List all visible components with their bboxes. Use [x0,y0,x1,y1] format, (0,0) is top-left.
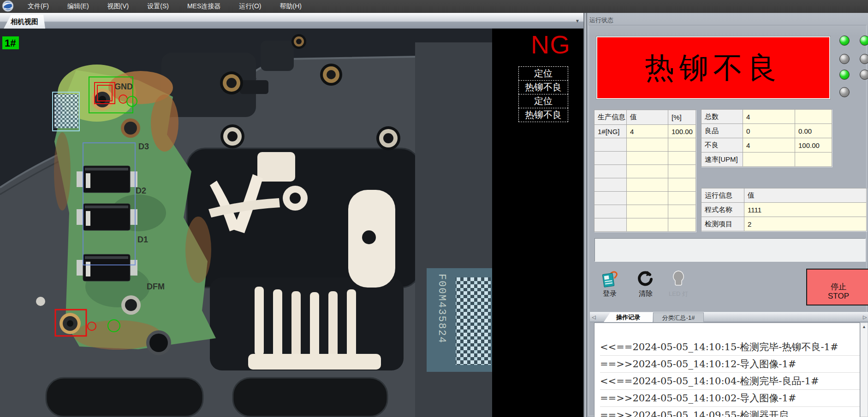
tab-camera-view[interactable]: 相机视图 [4,15,45,29]
check-item: 热铆不良 [518,108,568,122]
menu-bar: 文件(F) 编辑(E) 视图(V) 设置(S) MES连接器 运行(O) 帮助(… [0,0,868,13]
pcb-serial-label: F00M435824 [436,274,447,344]
message-box [595,238,866,262]
led-light-button: LED 灯 [662,269,695,300]
table-row: 不良4100.00 [702,138,832,153]
check-item: 定位 [518,66,568,81]
check-item: 热铆不良 [518,80,568,94]
summary-table: 总数4 良品00.00 不良4100.00 速率[UPM] [701,109,832,167]
pcb-label-dfm: DFM [147,282,165,291]
table-row: 速率[UPM] [702,153,832,167]
status-led [839,35,850,46]
pcb-label-d3: D3 [138,142,149,151]
menu-view[interactable]: 视图(V) [101,0,136,12]
pcb-label-gnd: GND [114,82,133,91]
menu-items: 文件(F) 编辑(E) 视图(V) 设置(S) MES连接器 运行(O) 帮助(… [21,0,314,12]
status-led [839,70,850,80]
table-row [595,205,696,218]
log-entry: <<==2024-05-05_14:10:15-检测完毕-热铆不良-1# [600,339,860,356]
table-row: 总数4 [702,110,832,124]
menu-edit[interactable]: 编辑(E) [61,0,95,12]
diode-components [77,166,137,281]
table-row: 程式名称1111 [702,203,867,217]
production-table: 生产信息 值 [%] 1#[NG]4100.00 [594,110,696,232]
table-row: 良品00.00 [702,124,832,138]
check-item-list: 定位 热铆不良 定位 热铆不良 [518,67,568,122]
run-info-table: 运行信息 值 程式名称1111 检测项目2 [701,188,867,231]
camera-viewport: F00M435824 [0,29,583,417]
tab-scroll-right-icon[interactable]: ▷ [863,314,867,320]
menu-help[interactable]: 帮助(H) [273,0,308,12]
menu-run[interactable]: 运行(O) [232,0,268,12]
column-header: 值 [744,188,867,203]
status-led [860,70,868,80]
clear-refresh-icon [632,269,659,289]
stop-button[interactable]: 停止 STOP [806,269,868,305]
check-item: 定位 [518,94,568,108]
status-led [839,87,850,97]
tab-class-summary[interactable]: 分类汇总-1# [653,312,704,322]
result-banner: 热铆不良 [596,36,831,100]
login-button-label: 登录 [603,289,617,297]
menu-settings[interactable]: 设置(S) [141,0,175,12]
table-row [595,192,696,205]
column-header: 值 [627,110,668,125]
result-text: NG [517,29,583,59]
scroll-up-icon[interactable]: ▲ [861,323,868,331]
inspection-photo: F00M435824 [0,29,492,417]
camera-tab-strip: 相机视图 ▼ [0,13,583,29]
table-row [595,178,696,192]
tab-operation-log[interactable]: 操作记录 [604,312,653,322]
log-entry: ==>>2024-05-05_14:10:12-导入图像-1# [600,356,860,373]
status-led [860,54,868,64]
result-banner-text: 热铆不良 [645,48,782,88]
login-button[interactable]: 登录 [596,269,623,300]
clear-button[interactable]: 清除 [632,269,659,300]
menu-file[interactable]: 文件(F) [21,0,55,12]
menu-mes-connector[interactable]: MES连接器 [181,0,227,12]
chevron-down-icon[interactable]: ▼ [573,18,582,25]
pcb-label-d1: D1 [137,235,148,244]
stop-button-en: STOP [807,292,868,301]
led-light-label: LED 灯 [669,290,688,297]
log-entry: ==>>2024-05-05_14:10:02-导入图像-1# [600,390,860,407]
app-logo-icon [1,0,17,12]
table-row [595,138,696,152]
clear-button-label: 清除 [639,289,653,297]
status-led [839,54,850,64]
run-status-panel: 运行状态 热铆不良 生产信息 值 [%] 1#[NG]4100.00 [587,13,868,417]
log-entry: ==>>2024-05-05_14:09:55-检测器开启 [600,407,860,417]
status-led [860,35,868,46]
log-tab-strip: ◁ 操作记录 分类汇总-1# ▷ [590,312,868,322]
tab-scroll-left-icon[interactable]: ◁ [592,314,595,320]
pcb-label-d2: D2 [136,186,146,195]
operation-log-list[interactable]: <<==2024-05-05_14:10:15-检测完毕-热铆不良-1# ==>… [594,323,860,417]
table-row: 1#[NG]4100.00 [595,125,696,138]
table-row [595,165,696,178]
station-badge-label: 1# [5,37,16,49]
led-bulb-icon [662,269,695,289]
log-scrollbar[interactable]: ▲ [860,323,868,417]
table-row [595,152,696,165]
login-badge-icon [596,269,623,289]
aoi-application-window: 文件(F) 编辑(E) 视图(V) 设置(S) MES连接器 运行(O) 帮助(… [0,0,868,417]
log-entry: <<==2024-05-05_14:10:04-检测完毕-良品-1# [600,373,860,390]
result-strip: NG 定位 热铆不良 定位 热铆不良 [492,29,583,417]
panel-splitter[interactable] [583,13,587,417]
column-header: 生产信息 [595,110,627,125]
panel-title: 运行状态 [589,16,613,24]
table-row [595,218,696,232]
column-header: 运行信息 [702,188,744,203]
column-header: [%] [668,110,696,125]
table-row: 检测项目2 [702,217,867,231]
stop-button-cn: 停止 [807,282,868,292]
